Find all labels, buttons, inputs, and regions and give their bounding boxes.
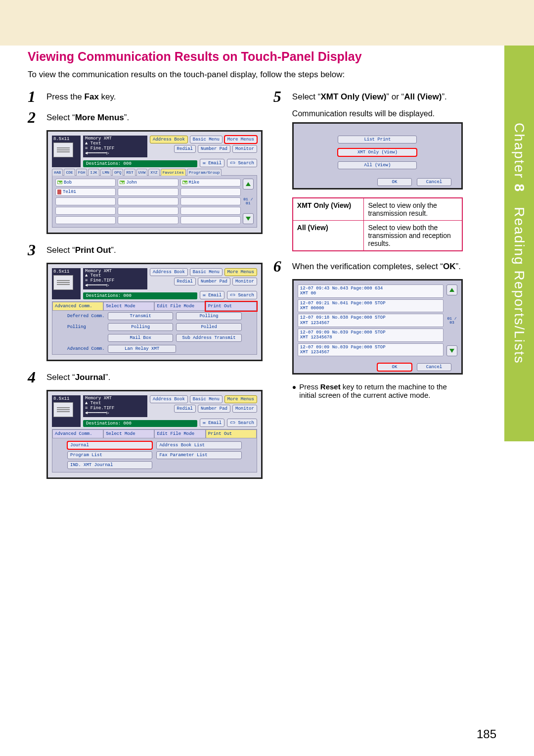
tab-ab[interactable]: #AB — [52, 169, 63, 176]
redial-button[interactable]: Redial — [174, 145, 196, 153]
cancel-button[interactable]: Cancel — [417, 363, 451, 371]
polling-button[interactable]: Polling — [176, 312, 241, 320]
basic-menu-button[interactable]: Basic Menu — [190, 268, 222, 276]
basic-menu-button[interactable]: Basic Menu — [190, 395, 222, 403]
search-button[interactable]: ⊂⊃ Search — [227, 291, 257, 299]
journal-button[interactable]: Journal — [67, 441, 152, 449]
tab-select-mode[interactable]: Select Mode — [103, 429, 154, 438]
xmt-only-bold: XMT Only (View) — [320, 92, 386, 101]
bullet-icon: ● — [292, 382, 296, 399]
step-1: 1 Press the Fax key. — [28, 89, 263, 104]
search-button[interactable]: ⊂⊃ Search — [227, 159, 257, 167]
transmit-button[interactable]: Transmit — [108, 312, 173, 320]
ok-button[interactable]: OK — [377, 178, 412, 186]
address-book-list-button[interactable]: Address Book List — [156, 441, 241, 449]
more-menus-button[interactable]: More Menus — [224, 268, 257, 276]
reset-bold: Reset — [320, 382, 341, 391]
scroll-down-button[interactable] — [446, 345, 457, 356]
monitor-button[interactable]: Monitor — [232, 405, 257, 413]
addr-mike[interactable]: Mike — [180, 179, 241, 187]
polling-button[interactable]: Polling — [108, 323, 173, 331]
email-button[interactable]: ✉ Email — [200, 419, 224, 427]
step-2: 2 Select “More Menus”. — [28, 109, 263, 125]
polled-button[interactable]: Polled — [176, 323, 241, 331]
journal-bold: Journal — [75, 373, 105, 382]
step-num: 4 — [28, 369, 46, 385]
redial-button[interactable]: Redial — [174, 405, 196, 413]
all-view-bold: All (View) — [404, 92, 442, 101]
search-button[interactable]: ⊂⊃ Search — [227, 419, 257, 427]
number-pad-button[interactable]: Number Pad — [198, 405, 230, 413]
ok-button[interactable]: OK — [377, 363, 412, 371]
fax-bold: Fax — [85, 92, 99, 101]
tab-edit-file-mode[interactable]: Edit File Mode — [154, 429, 205, 438]
screenshot-step5: List Print XMT Only (View) All (View) OK… — [292, 122, 463, 189]
phone-icon — [57, 189, 61, 194]
scroll-down-button[interactable] — [243, 213, 254, 224]
basic-menu-button[interactable]: Basic Menu — [190, 136, 222, 143]
cancel-button[interactable]: Cancel — [417, 178, 451, 186]
tab-select-mode[interactable]: Select Mode — [103, 302, 154, 311]
monitor-button[interactable]: Monitor — [232, 145, 257, 153]
addr-empty[interactable] — [118, 188, 178, 196]
tab-opq[interactable]: OPQ — [112, 169, 123, 176]
scroll-up-button[interactable] — [243, 179, 254, 189]
log-row: 12-07 09:43 No.043 Page:000 634 XMT 00 — [298, 284, 444, 298]
fax-parameter-list-button[interactable]: Fax Parameter List — [156, 451, 241, 459]
monitor-button[interactable]: Monitor — [232, 278, 257, 285]
tab-print-out[interactable]: Print Out — [206, 302, 257, 311]
address-book-button[interactable]: Address Book — [150, 395, 188, 403]
addr-bob[interactable]: Bob — [55, 179, 116, 187]
envelope-icon — [182, 181, 187, 184]
tab-edit-file-mode[interactable]: Edit File Mode — [154, 302, 205, 311]
ok-bold: OK — [443, 262, 456, 271]
scroll-up-button[interactable] — [446, 284, 457, 295]
settings-info: Memory XMT ▲ Text ≡ Fine.TIFF ◄━━━━━━━▷ — [83, 136, 147, 157]
address-book-button[interactable]: Address Book — [150, 136, 188, 143]
more-menus-button[interactable]: More Menus — [224, 136, 257, 143]
tab-lmn[interactable]: LMN — [100, 169, 111, 176]
mailbox-button[interactable]: Mail Box — [108, 334, 173, 342]
sub-address-transmit-button[interactable]: Sub Address Transmit — [176, 334, 241, 342]
addr-empty[interactable] — [180, 188, 241, 196]
list-print-button[interactable]: List Print — [338, 136, 417, 143]
tab-xyz[interactable]: XYZ — [148, 169, 159, 176]
right-column: 5 Select “XMT Only (View)” or “All (View… — [273, 89, 463, 487]
tab-rst[interactable]: RST — [124, 169, 135, 176]
lan-relay-xmt-button[interactable]: Lan Relay XMT — [108, 345, 176, 353]
destinations-bar: Destinations: 000 — [83, 160, 197, 167]
number-pad-button[interactable]: Number Pad — [198, 145, 230, 153]
tab-uvw[interactable]: UVW — [136, 169, 147, 176]
redial-button[interactable]: Redial — [174, 278, 196, 285]
email-button[interactable]: ✉ Email — [200, 159, 224, 167]
tab-ijk[interactable]: IJK — [88, 169, 99, 176]
tab-print-out[interactable]: Print Out — [206, 429, 257, 438]
tab-fgh[interactable]: FGH — [76, 169, 87, 176]
addr-john[interactable]: John — [118, 179, 178, 187]
reset-note: ● Press Reset key to return the machine … — [292, 382, 463, 399]
scroll-count: 01 / 01 — [243, 197, 254, 205]
more-menus-button[interactable]: More Menus — [224, 395, 257, 403]
destinations-bar: Destinations: 000 — [83, 420, 197, 427]
chapter-number: 8 — [512, 184, 527, 193]
address-book-button[interactable]: Address Book — [150, 268, 188, 276]
addr-tel01[interactable]: Tel01 — [55, 188, 116, 196]
screenshot-step4: 8.5x11 Memory XMT ▲ Text ≡ Fine.TIFF ◄━━… — [46, 390, 263, 479]
number-pad-button[interactable]: Number Pad — [198, 278, 230, 285]
tab-program-group[interactable]: Program/Group — [187, 169, 222, 176]
step-6: 6 When the verification completes, selec… — [273, 258, 463, 274]
tab-advanced-comm[interactable]: Advanced Comm. — [52, 429, 103, 438]
log-list: 12-07 09:43 No.043 Page:000 634 XMT 00 1… — [298, 284, 444, 356]
log-row: 12-07 09:18 No.038 Page:000 STOP XMT 123… — [298, 314, 444, 327]
tab-favorites[interactable]: Favorites — [161, 169, 186, 176]
ind-xmt-journal-button[interactable]: IND. XMT Journal — [67, 461, 152, 469]
program-list-button[interactable]: Program List — [67, 451, 152, 459]
all-view-button[interactable]: All (View) — [338, 161, 417, 169]
opt-key-xmt: XMT Only (View) — [293, 198, 364, 221]
scroll-count: 01 / 03 — [446, 317, 457, 325]
tab-cde[interactable]: CDE — [64, 169, 75, 176]
tab-advanced-comm[interactable]: Advanced Comm. — [52, 302, 103, 311]
more-menus-bold: More Menus — [75, 113, 124, 122]
email-button[interactable]: ✉ Email — [200, 291, 224, 299]
xmt-only-view-button[interactable]: XMT Only (View) — [338, 148, 417, 156]
